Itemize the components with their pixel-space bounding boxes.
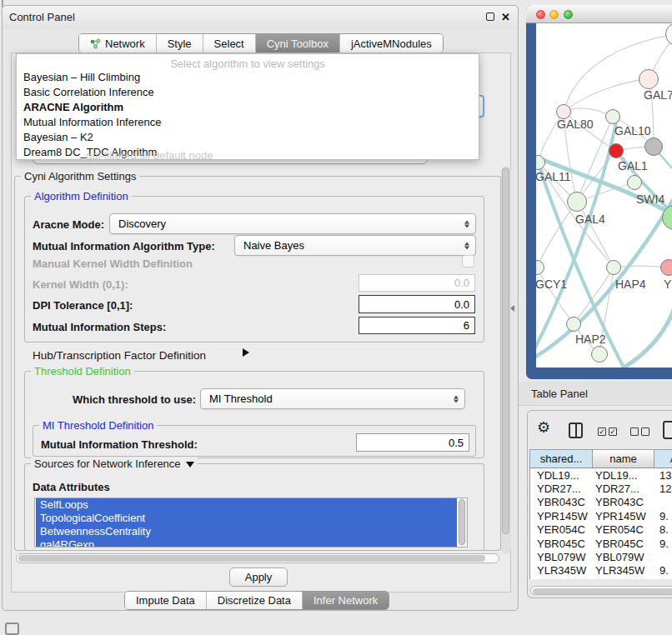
table-cell[interactable]: YLR345W — [593, 564, 654, 577]
kernel-width-field[interactable]: 0.0 — [359, 274, 475, 292]
algorithm-option-basic-correlation-inference[interactable]: Basic Correlation Inference — [17, 85, 479, 100]
tab-style[interactable]: Style — [157, 34, 203, 52]
column-header-name[interactable]: name — [593, 450, 654, 468]
settings-vertical-scrollbar[interactable] — [501, 166, 511, 554]
table-cell[interactable]: YBL079W — [530, 551, 593, 563]
table-cell[interactable]: YIL052C — [593, 578, 654, 579]
table-cell[interactable]: YBR045C — [530, 538, 593, 550]
tab-impute-data[interactable]: Impute Data — [125, 592, 207, 609]
document-icon[interactable] — [663, 421, 672, 439]
settings-hscrollbar-thumb[interactable] — [18, 555, 485, 562]
table-cell[interactable]: YBR043C — [593, 496, 654, 508]
table-hscrollbar-thumb[interactable] — [533, 588, 672, 594]
mi-threshold-field[interactable]: 0.5 — [356, 433, 469, 452]
table-cell[interactable]: 13 — [654, 469, 672, 482]
table-cell[interactable]: YPR145W — [530, 510, 593, 522]
table-cell[interactable]: YBR045C — [593, 538, 654, 550]
table-row[interactable]: YBR045CYBR045C9. — [530, 537, 672, 550]
tab-cyni-toolbox[interactable]: Cyni Toolbox — [256, 34, 340, 52]
algorithm-option-bayesian-k2[interactable]: Bayesian – K2 — [17, 130, 479, 145]
float-window-icon[interactable] — [486, 12, 494, 21]
panel-divider-handle[interactable] — [510, 305, 514, 312]
table-row[interactable]: YPR145WYPR145W9. — [530, 509, 672, 522]
table-cell[interactable]: 9. — [654, 538, 672, 550]
table-row[interactable]: YBL079WYBL079W — [530, 550, 672, 563]
tab-select[interactable]: Select — [203, 34, 256, 52]
table-cell[interactable]: YPR145W — [593, 510, 654, 522]
attribute-item-selfloops[interactable]: SelfLoops — [36, 498, 457, 512]
network-node-swi4[interactable] — [627, 175, 642, 190]
table-cell[interactable]: YER054C — [593, 523, 654, 536]
gear-icon[interactable]: ⚙ — [537, 418, 550, 436]
algorithm-option-bayesian-hill-climbing[interactable]: Bayesian – Hill Climbing — [17, 70, 479, 85]
close-icon[interactable]: ✕ — [501, 12, 510, 22]
table-row[interactable]: YLR345WYLR345W9. — [530, 564, 672, 578]
checked-box-icon[interactable]: ✓ — [598, 428, 606, 436]
table-row[interactable]: YER054CYER054C8. — [530, 523, 672, 537]
table-cell[interactable]: YDR27... — [593, 482, 654, 495]
tab-discretize-data[interactable]: Discretize Data — [207, 592, 303, 609]
settings-horizontal-scrollbar[interactable] — [16, 553, 499, 563]
sources-title[interactable]: Sources for Network Inference — [31, 458, 198, 470]
minimize-traffic-light[interactable] — [549, 10, 559, 19]
network-window-titlebar[interactable] — [526, 5, 672, 23]
table-cell[interactable]: YIL052C — [530, 578, 593, 579]
table-cell[interactable]: 9. — [654, 578, 672, 579]
network-node[interactable] — [644, 138, 663, 156]
table-cell[interactable]: 8. — [654, 523, 672, 536]
table-row[interactable]: YBR043CYBR043C — [530, 496, 672, 509]
mi-type-select[interactable]: Naive Bayes — [234, 235, 476, 256]
dpi-tolerance-field[interactable]: 0.0 — [359, 295, 475, 313]
network-node[interactable] — [591, 346, 608, 362]
table-cell[interactable]: YBR043C — [530, 496, 593, 508]
split-columns-icon[interactable] — [569, 422, 583, 438]
close-traffic-light[interactable] — [536, 10, 545, 19]
zoom-traffic-light[interactable] — [564, 10, 573, 19]
network-node-hap4[interactable] — [606, 260, 621, 275]
table-cell[interactable]: YLR345W — [530, 564, 593, 577]
tab-network[interactable]: Network — [79, 34, 157, 52]
column-header-shared[interactable]: shared... — [530, 450, 593, 468]
algorithm-option-mutual-information-inference[interactable]: Mutual Information Inference — [17, 115, 479, 130]
table-row[interactable]: YDR27...YDR27...12 — [530, 482, 672, 495]
settings-scrollbar-thumb[interactable] — [502, 168, 509, 534]
docked-panel-icon[interactable] — [5, 622, 19, 635]
column-header-a[interactable]: A — [654, 450, 672, 468]
table-cell[interactable]: YDL19... — [530, 469, 593, 482]
tab-infer-network[interactable]: Infer Network — [303, 592, 389, 609]
network-node-gal10[interactable] — [605, 109, 620, 124]
checked-box-icon[interactable]: ✓ — [609, 428, 617, 436]
network-node-gal7[interactable] — [639, 69, 659, 89]
table-row[interactable]: YDL19...YDL19...13 — [530, 468, 672, 482]
network-node-y[interactable] — [660, 259, 672, 276]
table-cell[interactable]: YDL19... — [593, 469, 654, 482]
table-cell[interactable]: YER054C — [530, 523, 593, 536]
network-node-gal1[interactable] — [609, 143, 624, 158]
aracne-mode-select[interactable]: Discovery — [109, 213, 476, 234]
network-node-hap2[interactable] — [566, 317, 581, 332]
expand-right-icon[interactable] — [243, 348, 249, 357]
attributes-scrollbar[interactable] — [458, 498, 467, 547]
which-threshold-select[interactable]: MI Threshold — [200, 388, 465, 409]
table-horizontal-scrollbar[interactable] — [530, 586, 672, 595]
table-cell[interactable]: 9. — [654, 564, 672, 577]
manual-kernel-checkbox[interactable] — [462, 255, 474, 268]
table-row[interactable]: YIL052CYIL052C9. — [530, 578, 672, 579]
table-cell[interactable]: 9. — [654, 510, 672, 522]
attribute-item-topologicalcoefficient[interactable]: TopologicalCoefficient — [36, 512, 457, 525]
table-cell[interactable]: YDR27... — [530, 482, 593, 495]
algorithm-option-aracne-algorithm[interactable]: ARACNE Algorithm — [17, 100, 479, 115]
attributes-scrollbar-thumb[interactable] — [459, 499, 465, 545]
attribute-item-betweennesscentrality[interactable]: BetweennessCentrality — [36, 525, 457, 538]
table-cell[interactable]: YBL079W — [593, 551, 654, 563]
hub-section-label[interactable]: Hub/Transcription Factor Definition — [33, 349, 206, 362]
unchecked-box-icon[interactable] — [641, 428, 649, 436]
unchecked-box-icon[interactable] — [630, 428, 639, 436]
network-node-gal4[interactable] — [567, 192, 587, 212]
table-cell[interactable]: 12 — [654, 482, 672, 495]
attribute-item-gal4rgexp[interactable]: gal4RGexp — [36, 538, 457, 548]
network-canvas[interactable]: GAL7GAL80GAL10GAL1GAL11SWI4GAL4GCY1HAP4Y… — [536, 23, 672, 368]
apply-button[interactable]: Apply — [229, 568, 288, 587]
tab-jactivemnodules[interactable]: jActiveMNodules — [340, 34, 443, 52]
mi-steps-field[interactable]: 6 — [359, 317, 475, 334]
